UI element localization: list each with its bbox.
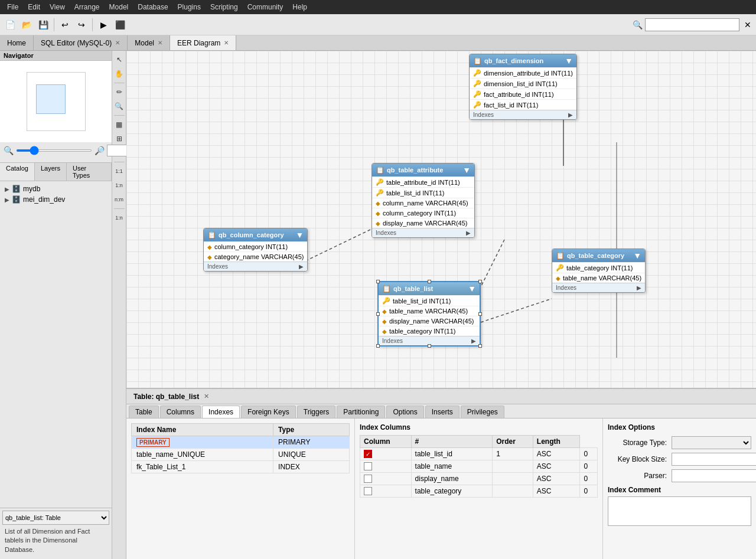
icol-row-table-category: table_category ASC 0 — [360, 485, 598, 498]
icol-check-display-name[interactable] — [360, 473, 412, 485]
table-indexes-qb-table-attribute[interactable]: Indexes▶ — [372, 228, 474, 237]
icol-num-table-name — [493, 460, 533, 473]
index-row-unique[interactable]: table_name_UNIQUE UNIQUE — [132, 449, 350, 461]
btab-table[interactable]: Table — [129, 406, 159, 418]
unchecked-checkbox[interactable] — [364, 462, 372, 470]
eraser-tool-button[interactable]: ✏ — [113, 86, 126, 99]
table-qb-table-attribute[interactable]: 📋 qb_table_attribute ▼ 🔑table_attribute_… — [372, 163, 475, 238]
table-indexes-qb-table-category[interactable]: Indexes▶ — [552, 283, 645, 292]
search-clear-button[interactable]: ✕ — [742, 19, 754, 31]
unchecked-checkbox[interactable] — [364, 487, 372, 495]
table-menu-qb-table-attribute[interactable]: ▼ — [462, 165, 471, 175]
navigator-panel: Navigator 🔍 🔎 100 — [0, 51, 112, 163]
menu-community[interactable]: Community — [243, 2, 288, 12]
rel-nn-button[interactable]: n:m — [113, 193, 126, 206]
index-columns-area: Index Columns Column # Order Length — [354, 419, 602, 559]
btab-columns[interactable]: Columns — [160, 406, 201, 418]
undo-button[interactable]: ↩ — [57, 17, 73, 32]
key-icon: 🔑 — [376, 178, 384, 186]
table-tool-button[interactable]: ▦ — [113, 118, 126, 131]
table-qb-fact-dimension[interactable]: 📋 qb_fact_dimension ▼ 🔑dimension_attribu… — [469, 54, 577, 120]
table-indexes-qb-fact-dimension[interactable]: Indexes▶ — [470, 110, 576, 119]
zoom-tool-button[interactable]: 🔍 — [113, 100, 126, 113]
index-comment-textarea[interactable] — [608, 496, 751, 526]
tab-sql-editor[interactable]: SQL Editor (MySQL-0) ✕ — [34, 35, 128, 50]
table-menu-qb-table-category[interactable]: ▼ — [633, 251, 641, 260]
storage-type-select[interactable] — [672, 436, 751, 449]
tree-item-mei[interactable]: ▶ 🗄️ mei_dim_dev — [2, 194, 109, 205]
table-qb-column-category[interactable]: 📋 qb_column_category ▼ ◆column_category … — [203, 228, 308, 272]
checked-checkbox[interactable]: ✓ — [364, 450, 372, 458]
tab-model-close[interactable]: ✕ — [158, 40, 162, 46]
btab-privileges[interactable]: Privileges — [461, 406, 504, 418]
note-tool-button[interactable]: 1:n — [113, 211, 126, 224]
table-menu-qb-fact-dimension[interactable]: ▼ — [565, 56, 573, 66]
tree-item-mydb[interactable]: ▶ 🗄️ mydb — [2, 184, 109, 194]
catalog-tab-layers[interactable]: Layers — [35, 163, 67, 181]
view-tool-button[interactable]: ⊞ — [113, 132, 126, 145]
key-block-input[interactable]: 0 — [672, 453, 756, 466]
zoom-slider[interactable] — [16, 149, 92, 152]
rel-1n2-button[interactable]: 1:n — [113, 179, 126, 192]
menu-model[interactable]: Model — [105, 2, 133, 12]
stop-button[interactable]: ⬛ — [112, 17, 128, 32]
btab-inserts[interactable]: Inserts — [425, 406, 460, 418]
icol-check-table-category[interactable] — [360, 485, 412, 498]
table-icon: 📋 — [473, 57, 482, 65]
eer-diagram-canvas[interactable]: 📋 qb_fact_dimension ▼ 🔑dimension_attribu… — [126, 51, 756, 388]
menu-help[interactable]: Help — [288, 2, 312, 12]
table-menu-qb-column-category[interactable]: ▼ — [296, 230, 304, 240]
icol-check-table-list-id[interactable]: ✓ — [360, 448, 412, 460]
btab-foreign-keys[interactable]: Foreign Keys — [241, 406, 296, 418]
index-row-primary[interactable]: PRIMARY PRIMARY — [132, 436, 350, 449]
hand-tool-button[interactable]: ✋ — [113, 67, 126, 80]
btab-options[interactable]: Options — [386, 406, 423, 418]
redo-button[interactable]: ↪ — [74, 17, 89, 32]
menu-arrange[interactable]: Arrange — [70, 2, 105, 12]
menu-view[interactable]: View — [45, 2, 70, 12]
table-qb-table-list[interactable]: 📋 qb_table_list ▼ 🔑table_list_id INT(11)… — [377, 281, 481, 346]
handle-br — [478, 344, 482, 348]
table-menu-qb-table-list[interactable]: ▼ — [468, 284, 476, 293]
col-header-index-type: Type — [273, 424, 350, 436]
tabs-bar: Home SQL Editor (MySQL-0) ✕ Model ✕ EER … — [0, 35, 756, 51]
table-tab-close-button[interactable]: ✕ — [204, 393, 209, 400]
zoom-in-icon[interactable]: 🔎 — [94, 146, 105, 155]
select-tool-button[interactable]: ↖ — [113, 53, 126, 66]
parser-input[interactable] — [672, 469, 756, 482]
table-qb-table-category[interactable]: 📋 qb_table_category ▼ 🔑table_category IN… — [552, 249, 646, 293]
catalog-tab-user-types[interactable]: User Types — [67, 163, 112, 181]
diamond-icon: ◆ — [376, 200, 380, 207]
menu-edit[interactable]: Edit — [23, 2, 45, 12]
vert-sep-1 — [114, 83, 125, 83]
icol-check-table-name[interactable] — [360, 460, 412, 473]
menu-plugins[interactable]: Plugins — [173, 2, 206, 12]
col-fact-attribute-id: 🔑fact_attribute_id INT(11) — [470, 89, 576, 99]
btab-triggers[interactable]: Triggers — [297, 406, 336, 418]
object-select-dropdown[interactable]: qb_table_list: Table — [2, 511, 109, 525]
zoom-out-icon[interactable]: 🔍 — [4, 146, 14, 155]
rel-1n-button[interactable]: 1:1 — [113, 165, 126, 178]
unchecked-checkbox[interactable] — [364, 475, 372, 483]
index-options-header: Index Options — [608, 423, 751, 431]
search-input[interactable] — [645, 18, 739, 31]
open-button[interactable]: 📂 — [19, 17, 34, 32]
tab-eer-diagram[interactable]: EER Diagram ✕ — [170, 35, 236, 50]
menu-scripting[interactable]: Scripting — [206, 2, 243, 12]
new-button[interactable]: 📄 — [2, 17, 18, 32]
table-indexes-qb-column-category[interactable]: Indexes▶ — [204, 261, 307, 271]
btab-indexes[interactable]: Indexes — [202, 406, 240, 418]
tab-home[interactable]: Home — [0, 35, 34, 50]
tab-sql-editor-close[interactable]: ✕ — [115, 40, 120, 46]
tab-model[interactable]: Model ✕ — [128, 35, 170, 50]
tab-eer-close[interactable]: ✕ — [224, 40, 229, 46]
btab-partitioning[interactable]: Partitioning — [337, 406, 385, 418]
catalog-tab-catalog[interactable]: Catalog — [0, 163, 35, 181]
index-row-fk[interactable]: fk_Table_List_1 INDEX — [132, 461, 350, 473]
execute-button[interactable]: ▶ — [96, 17, 111, 32]
menu-database[interactable]: Database — [133, 2, 172, 12]
save-button[interactable]: 💾 — [35, 17, 51, 32]
menu-file[interactable]: File — [2, 2, 23, 12]
parser-label: Parser: — [608, 472, 667, 480]
key-icon: 🔑 — [473, 101, 481, 109]
